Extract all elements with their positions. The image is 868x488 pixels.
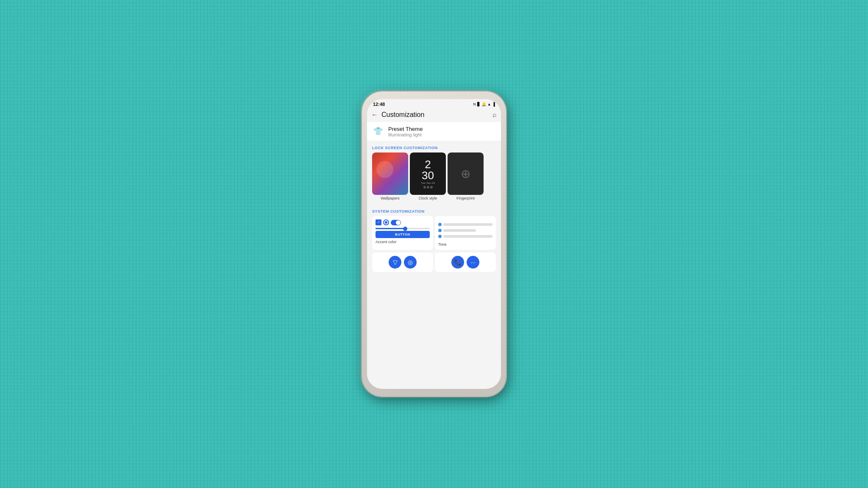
icon-cards-row: ▽ ◎ 📞 ··· [367, 252, 501, 272]
wifi-icon: ▊ [477, 102, 480, 106]
page-title: Customization [381, 111, 492, 119]
tone-dot-2 [438, 229, 442, 232]
clock-style-card[interactable]: 2 30 Tue, Nov 29 Clock style [410, 152, 446, 202]
accent-color-card[interactable]: ✓ [372, 216, 433, 250]
fingerprint-icon: ⊕ [461, 167, 470, 181]
fingerprint-content: ⊕ [448, 152, 484, 195]
lock-screen-section-header: LOCK SCREEN CUSTOMIZATION [367, 141, 501, 152]
content-area: 👕 Preset Theme Illuminating light LOCK S… [367, 122, 501, 383]
system-section: SYSTEM CUSTOMIZATION ✓ [367, 205, 501, 250]
signal-icon: ▲ [487, 102, 491, 106]
clock-bottom-icons [423, 186, 433, 189]
wallpaper-image [372, 152, 408, 195]
status-bar: 12:48 N ▊ 🔔 ▲ ▐ [367, 99, 501, 108]
clock-date: Tue, Nov 29 [421, 182, 434, 184]
slider-fill [376, 228, 405, 229]
tone-card[interactable]: Tone [435, 216, 496, 250]
tone-line-3 [438, 235, 492, 238]
wallpaper-preview [372, 152, 408, 195]
preset-theme-subtitle: Illuminating light [388, 132, 423, 137]
tone-spacer [438, 219, 492, 223]
icon-card-2[interactable]: 📞 ··· [435, 252, 496, 272]
preset-theme-text: Preset Theme Illuminating light [388, 126, 423, 137]
radio-inner [385, 221, 387, 224]
app-bar: ← Customization ⌕ [367, 108, 501, 122]
fingerprint-label: Fingerprint [448, 195, 484, 202]
fingerprint-preview: ⊕ [448, 152, 484, 195]
wallpapers-label: Wallpapers [372, 195, 408, 202]
phone-icon: 📞 [451, 256, 464, 269]
back-button[interactable]: ← [371, 111, 378, 119]
tone-bar-2 [443, 229, 476, 232]
clock-preview: 2 30 Tue, Nov 29 [410, 152, 446, 195]
navigation-icon: ▽ [389, 256, 401, 269]
tone-bar-3 [443, 235, 492, 238]
icon-section: ▽ ◎ 📞 ··· [367, 252, 501, 272]
tone-label: Tone [438, 241, 492, 247]
clock-dot-3 [430, 186, 433, 189]
tone-line-1 [438, 223, 492, 226]
clock-hour: 2 [425, 159, 431, 170]
accent-color-label: Accent color [376, 238, 430, 244]
radio-icon [383, 219, 389, 225]
lock-screen-cards: Wallpapers 2 30 Tue, Nov 29 [367, 152, 501, 202]
tone-dot-1 [438, 223, 442, 226]
phone-screen: 12:48 N ▊ 🔔 ▲ ▐ ← Customization ⌕ 👕 Pres… [367, 99, 501, 389]
tone-line-2 [438, 229, 492, 232]
clock-dot-1 [423, 186, 426, 189]
battery-indicator: 🔔 [481, 102, 486, 106]
battery-icon: ▐ [492, 102, 495, 106]
system-section-header: SYSTEM CUSTOMIZATION [367, 205, 501, 216]
preset-theme-row[interactable]: 👕 Preset Theme Illuminating light [367, 122, 501, 141]
checkbox-check: ✓ [377, 221, 380, 224]
fingerprint-card[interactable]: ⊕ Fingerprint [448, 152, 484, 202]
toggle-icon [391, 220, 401, 225]
accent-button-preview: BUTTON [376, 231, 430, 238]
slider-row [376, 228, 430, 229]
system-cards-row: ✓ [367, 216, 501, 250]
checkbox-icon: ✓ [376, 219, 381, 225]
status-time: 12:48 [373, 102, 385, 107]
phone-container: 12:48 N ▊ 🔔 ▲ ▐ ← Customization ⌕ 👕 Pres… [362, 92, 506, 396]
slider-track [376, 228, 430, 229]
slider-thumb [403, 227, 407, 231]
tone-bar-1 [443, 223, 492, 226]
clock-content: 2 30 Tue, Nov 29 [410, 152, 446, 195]
shirt-icon: 👕 [372, 125, 384, 137]
clock-dot-2 [427, 186, 429, 189]
location-icon: ◎ [404, 256, 417, 269]
toggle-circle [396, 220, 401, 225]
nfc-icon: N [473, 102, 476, 106]
preset-theme-title: Preset Theme [388, 126, 423, 132]
clock-minute: 30 [422, 170, 434, 181]
accent-preview: ✓ [376, 219, 430, 225]
tone-dot-3 [438, 235, 442, 238]
status-icons: N ▊ 🔔 ▲ ▐ [473, 102, 495, 106]
icon-card-1[interactable]: ▽ ◎ [372, 252, 433, 272]
search-button[interactable]: ⌕ [492, 111, 497, 119]
clock-style-label: Clock style [410, 195, 446, 202]
messages-icon: ··· [467, 256, 479, 269]
wallpapers-card[interactable]: Wallpapers [372, 152, 408, 202]
